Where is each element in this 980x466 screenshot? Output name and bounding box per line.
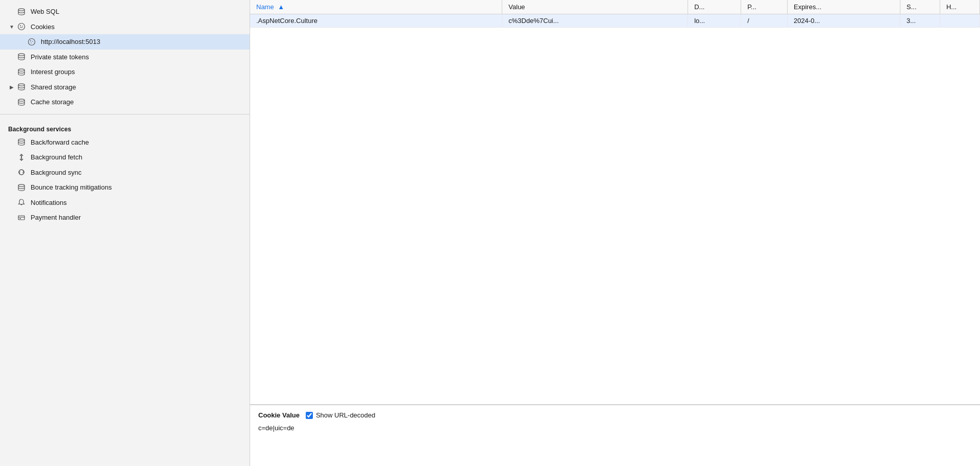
shared-storage-icon bbox=[16, 83, 27, 91]
cache-storage-icon bbox=[16, 98, 27, 106]
sidebar-item-background-fetch[interactable]: Background fetch bbox=[0, 150, 250, 165]
cell-expires: 2024-0... bbox=[788, 14, 900, 28]
svg-point-2 bbox=[20, 25, 21, 26]
private-state-tokens-icon bbox=[16, 53, 27, 61]
sidebar-item-label: Background sync bbox=[31, 168, 82, 178]
svg-point-9 bbox=[18, 54, 24, 56]
notifications-icon bbox=[16, 198, 27, 206]
sidebar-item-label: Web SQL bbox=[31, 7, 59, 17]
no-arrow-icon bbox=[8, 214, 15, 221]
sort-arrow-icon: ▲ bbox=[278, 3, 284, 11]
table-row[interactable]: .AspNetCore.Culture c%3Dde%7Cui... lo...… bbox=[250, 14, 980, 28]
sidebar-item-label: http://localhost:5013 bbox=[41, 37, 100, 47]
no-arrow-icon bbox=[8, 53, 15, 61]
sidebar-item-shared-storage[interactable]: ▶ Shared storage bbox=[0, 80, 250, 95]
column-label-expires: Expires... bbox=[794, 3, 821, 11]
cell-size: 3... bbox=[900, 14, 940, 28]
sidebar-item-cookies[interactable]: ▼ Cookies bbox=[0, 19, 250, 35]
column-label-name: Name bbox=[256, 3, 274, 11]
svg-rect-17 bbox=[18, 216, 24, 220]
cookie-value-panel: Cookie Value Show URL-decoded c=de|uic=d… bbox=[250, 405, 980, 466]
sidebar-item-label: Background fetch bbox=[31, 152, 82, 162]
cookie-value-text: c=de|uic=de bbox=[258, 424, 972, 432]
shared-storage-arrow-icon: ▶ bbox=[8, 83, 15, 91]
column-label-path: P... bbox=[747, 3, 756, 11]
sidebar-item-payment-handler[interactable]: Payment handler bbox=[0, 210, 250, 225]
column-header-value[interactable]: Value bbox=[502, 0, 688, 14]
svg-point-11 bbox=[18, 84, 24, 86]
cell-value: c%3Dde%7Cui... bbox=[502, 14, 688, 28]
bounce-tracking-icon bbox=[16, 183, 27, 192]
svg-point-7 bbox=[32, 41, 33, 42]
show-url-decoded-text: Show URL-decoded bbox=[316, 411, 375, 419]
cell-domain: lo... bbox=[688, 14, 741, 28]
svg-point-3 bbox=[22, 26, 23, 27]
cookies-table: Name ▲ Value D... P... Expires... bbox=[250, 0, 980, 28]
sidebar-item-interest-groups[interactable]: Interest groups bbox=[0, 64, 250, 80]
cell-http bbox=[940, 14, 979, 28]
sidebar-item-back-forward-cache[interactable]: Back/forward cache bbox=[0, 135, 250, 150]
sidebar-item-background-sync[interactable]: Background sync bbox=[0, 165, 250, 180]
cookie-table-area: Name ▲ Value D... P... Expires... bbox=[250, 0, 980, 405]
no-arrow-icon bbox=[8, 153, 15, 161]
svg-point-12 bbox=[18, 99, 24, 101]
svg-point-16 bbox=[18, 184, 24, 187]
no-arrow-icon bbox=[8, 169, 15, 176]
background-services-header: Background services bbox=[0, 119, 250, 135]
sidebar-item-label: Private state tokens bbox=[31, 52, 89, 62]
sidebar-item-private-state-tokens[interactable]: Private state tokens bbox=[0, 50, 250, 65]
sidebar-item-label: Cache storage bbox=[31, 97, 74, 107]
bottom-panel-header: Cookie Value Show URL-decoded bbox=[258, 411, 972, 419]
svg-point-1 bbox=[18, 24, 25, 30]
column-header-http[interactable]: H... bbox=[940, 0, 979, 14]
interest-groups-icon bbox=[16, 68, 27, 76]
sidebar-item-localhost[interactable]: http://localhost:5013 bbox=[0, 34, 250, 50]
cell-path: / bbox=[741, 14, 788, 28]
column-header-expires[interactable]: Expires... bbox=[788, 0, 900, 14]
sidebar-item-label: Interest groups bbox=[31, 67, 75, 77]
cookies-arrow-icon: ▼ bbox=[8, 23, 15, 31]
sidebar-item-label: Shared storage bbox=[31, 82, 76, 92]
no-arrow-icon bbox=[8, 68, 15, 76]
no-arrow-icon bbox=[8, 199, 15, 206]
column-header-size[interactable]: S... bbox=[900, 0, 940, 14]
sidebar-item-bounce-tracking[interactable]: Bounce tracking mitigations bbox=[0, 180, 250, 195]
sidebar-item-notifications[interactable]: Notifications bbox=[0, 195, 250, 211]
show-url-decoded-label[interactable]: Show URL-decoded bbox=[306, 411, 375, 419]
column-header-name[interactable]: Name ▲ bbox=[250, 0, 502, 14]
svg-point-6 bbox=[30, 40, 31, 41]
cell-name: .AspNetCore.Culture bbox=[250, 14, 502, 28]
column-label-size: S... bbox=[906, 3, 917, 11]
web-sql-icon bbox=[16, 8, 27, 16]
svg-rect-19 bbox=[19, 218, 21, 219]
svg-point-13 bbox=[18, 139, 24, 141]
no-arrow-icon bbox=[8, 138, 15, 146]
sidebar-item-label: Payment handler bbox=[31, 213, 81, 223]
sidebar-item-label: Cookies bbox=[31, 22, 55, 32]
back-forward-cache-icon bbox=[16, 138, 27, 146]
sidebar-item-label: Bounce tracking mitigations bbox=[31, 182, 112, 193]
cookies-icon bbox=[16, 22, 27, 31]
no-arrow-icon bbox=[8, 98, 15, 106]
sidebar-item-label: Back/forward cache bbox=[31, 137, 89, 148]
no-arrow-icon bbox=[8, 8, 15, 15]
main-content: Name ▲ Value D... P... Expires... bbox=[250, 0, 980, 466]
payment-handler-icon bbox=[16, 214, 27, 222]
svg-point-5 bbox=[29, 38, 35, 45]
cookie-value-title: Cookie Value bbox=[258, 411, 300, 419]
sidebar: Web SQL ▼ Cookies http://localhost:5013 bbox=[0, 0, 250, 466]
column-header-domain[interactable]: D... bbox=[688, 0, 741, 14]
column-label-value: Value bbox=[508, 3, 525, 11]
sidebar-divider bbox=[0, 114, 250, 114]
sidebar-item-web-sql[interactable]: Web SQL bbox=[0, 4, 250, 19]
sidebar-item-cache-storage[interactable]: Cache storage bbox=[0, 95, 250, 110]
column-label-http: H... bbox=[946, 3, 957, 11]
no-arrow-icon bbox=[8, 183, 15, 191]
background-sync-icon bbox=[16, 168, 27, 176]
localhost-cookie-icon bbox=[27, 38, 37, 46]
no-arrow-icon bbox=[18, 38, 26, 45]
column-header-path[interactable]: P... bbox=[741, 0, 788, 14]
show-url-decoded-checkbox[interactable] bbox=[306, 412, 313, 419]
svg-point-10 bbox=[18, 69, 24, 71]
background-fetch-icon bbox=[16, 153, 27, 161]
